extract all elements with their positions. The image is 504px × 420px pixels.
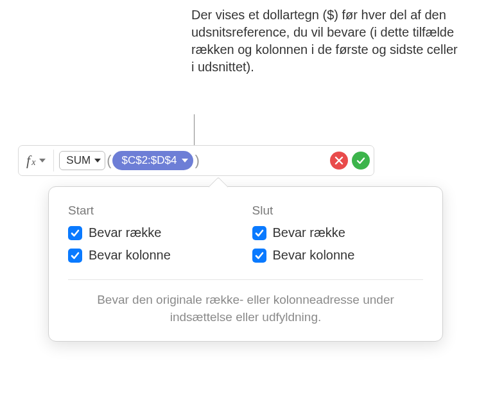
popover-explanation: Bevar den originale række- eller kolonne… [68, 292, 423, 326]
chevron-down-icon [182, 159, 188, 162]
confirm-button[interactable] [352, 152, 370, 170]
function-token-button[interactable]: SUM [59, 151, 105, 170]
end-keep-row[interactable]: Bevar række [252, 225, 424, 240]
formula-bar: f x SUM ( $C$2:$D$4 ) [18, 145, 374, 176]
toolbar-divider [53, 150, 54, 171]
callout-leader-line [194, 114, 195, 145]
check-icon [255, 251, 264, 260]
start-keep-column[interactable]: Bevar kolonne [68, 248, 239, 263]
check-icon [71, 229, 80, 238]
range-reference-pill[interactable]: $C$2:$D$4 [112, 151, 193, 170]
callout-text: Der vises et dollartegn ($) før hver del… [191, 6, 461, 76]
cancel-button[interactable] [330, 152, 348, 170]
fx-label-x: x [31, 157, 35, 168]
formula-editor: f x SUM ( $C$2:$D$4 ) [18, 145, 374, 176]
formula-input[interactable]: SUM ( $C$2:$D$4 ) [58, 149, 326, 172]
preserve-reference-popover: Start Bevar række Bevar kolonne Slut B [48, 186, 443, 342]
chevron-down-icon [94, 159, 101, 162]
popover-content-grid: Start Bevar række Bevar kolonne Slut B [68, 204, 423, 270]
checkbox-checked [252, 226, 266, 240]
range-reference-label: $C$2:$D$4 [121, 154, 177, 167]
start-keep-row[interactable]: Bevar række [68, 225, 239, 240]
end-keep-row-label: Bevar række [273, 225, 345, 240]
fx-label-f: f [26, 152, 30, 169]
start-header: Start [68, 204, 239, 218]
checkbox-checked [68, 249, 82, 263]
end-keep-column[interactable]: Bevar kolonne [252, 248, 424, 263]
check-icon [356, 156, 365, 165]
close-paren: ) [195, 152, 199, 169]
start-keep-column-label: Bevar kolonne [89, 248, 171, 263]
end-column: Slut Bevar række Bevar kolonne [252, 204, 424, 270]
end-keep-column-label: Bevar kolonne [273, 248, 355, 263]
open-paren: ( [107, 152, 111, 169]
function-name-label: SUM [66, 154, 91, 167]
popover-arrow [208, 177, 228, 197]
checkbox-checked [68, 226, 82, 240]
checkbox-checked [252, 249, 266, 263]
start-keep-row-label: Bevar række [89, 225, 161, 240]
chevron-down-icon [39, 159, 46, 162]
start-column: Start Bevar række Bevar kolonne [68, 204, 239, 270]
end-header: Slut [252, 204, 424, 218]
fx-menu-button[interactable]: f x [22, 152, 49, 169]
check-icon [255, 229, 264, 238]
popover-divider [68, 279, 423, 280]
check-icon [71, 251, 80, 260]
x-icon [335, 156, 343, 165]
